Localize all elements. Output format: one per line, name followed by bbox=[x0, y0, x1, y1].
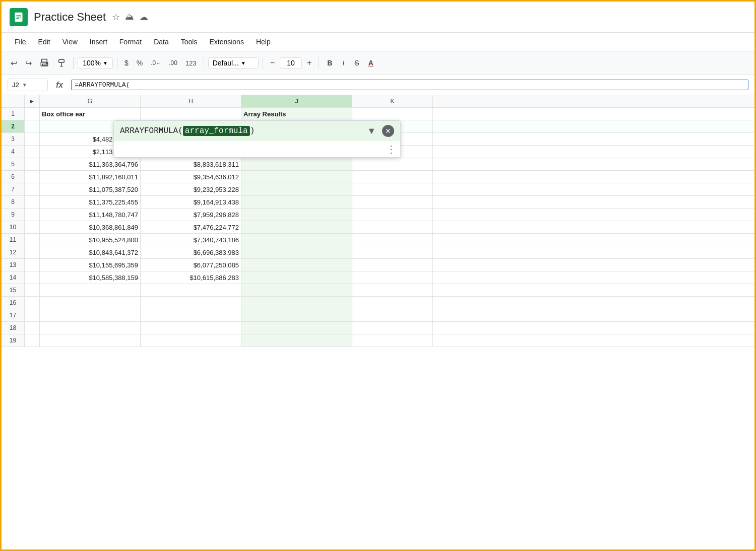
paint-format-button[interactable] bbox=[54, 56, 69, 70]
cell-15-G[interactable] bbox=[40, 284, 141, 296]
cell-12-K[interactable] bbox=[352, 246, 433, 258]
decimal-increase-button[interactable]: .00 bbox=[166, 57, 180, 68]
zoom-selector[interactable]: 100% ▼ bbox=[78, 57, 113, 68]
bold-button[interactable]: B bbox=[323, 57, 336, 69]
cloud-icon[interactable]: ☁ bbox=[139, 12, 148, 23]
cell-11-J[interactable] bbox=[241, 234, 352, 246]
cell-17-H[interactable] bbox=[141, 309, 241, 321]
strikethrough-button[interactable]: S bbox=[350, 57, 363, 69]
menu-extensions[interactable]: Extensions bbox=[204, 36, 248, 48]
cell-ref-dropdown-icon[interactable]: ▼ bbox=[22, 82, 27, 88]
cell-5-J[interactable] bbox=[241, 158, 352, 170]
cell-16-H[interactable] bbox=[141, 297, 241, 309]
cell-19-J[interactable] bbox=[241, 334, 352, 347]
more-formats-button[interactable]: 123 bbox=[182, 57, 200, 69]
cell-7-G[interactable]: $11,075,387,520 bbox=[40, 183, 141, 195]
cell-18-arrow[interactable] bbox=[25, 322, 40, 334]
cell-3-arrow[interactable] bbox=[25, 133, 40, 145]
cell-5-arrow[interactable] bbox=[25, 158, 40, 170]
cell-9-K[interactable] bbox=[352, 209, 433, 221]
cell-13-G[interactable]: $10,155,695,359 bbox=[40, 259, 141, 271]
cell-6-arrow[interactable] bbox=[25, 171, 40, 183]
currency-button[interactable]: $ bbox=[121, 57, 132, 69]
cell-1-arrow[interactable] bbox=[25, 108, 40, 120]
font-size-increase-button[interactable]: + bbox=[304, 56, 314, 70]
autocomplete-close-button[interactable]: ✕ bbox=[382, 125, 394, 137]
italic-button[interactable]: I bbox=[338, 57, 348, 69]
cell-8-G[interactable]: $11,375,225,455 bbox=[40, 196, 141, 208]
cell-16-K[interactable] bbox=[352, 297, 433, 309]
cell-10-G[interactable]: $10,368,861,849 bbox=[40, 221, 141, 233]
formula-input-area[interactable]: =ARRAYFORMULA( bbox=[71, 80, 748, 90]
cell-16-arrow[interactable] bbox=[25, 297, 40, 309]
cell-1-J[interactable]: Array Results bbox=[241, 108, 352, 120]
cell-15-arrow[interactable] bbox=[25, 284, 40, 296]
cell-6-J[interactable] bbox=[241, 171, 352, 183]
drive-icon[interactable]: ⛰ bbox=[125, 12, 134, 22]
cell-2-arrow[interactable] bbox=[25, 120, 40, 132]
menu-data[interactable]: Data bbox=[149, 36, 174, 48]
col-header-G[interactable]: G bbox=[40, 95, 141, 107]
cell-17-J[interactable] bbox=[241, 309, 352, 321]
cell-5-G[interactable]: $11,363,364,796 bbox=[40, 158, 141, 170]
cell-13-J[interactable] bbox=[241, 259, 352, 271]
col-header-H[interactable]: H bbox=[141, 95, 241, 107]
cell-8-arrow[interactable] bbox=[25, 196, 40, 208]
cell-1-G[interactable]: Box office ear bbox=[40, 108, 141, 120]
cell-14-J[interactable] bbox=[241, 271, 352, 284]
cell-15-K[interactable] bbox=[352, 284, 433, 296]
cell-6-G[interactable]: $11,892,160,011 bbox=[40, 171, 141, 183]
col-header-K[interactable]: K bbox=[352, 95, 433, 107]
cell-19-K[interactable] bbox=[352, 334, 433, 347]
percent-button[interactable]: % bbox=[134, 57, 146, 69]
cell-17-K[interactable] bbox=[352, 309, 433, 321]
cell-17-arrow[interactable] bbox=[25, 309, 40, 321]
cell-9-G[interactable]: $11,148,780,747 bbox=[40, 209, 141, 221]
cell-14-arrow[interactable] bbox=[25, 271, 40, 284]
cell-1-K[interactable] bbox=[352, 108, 433, 120]
cell-12-H[interactable]: $6,696,383,983 bbox=[141, 246, 241, 258]
cell-14-K[interactable] bbox=[352, 271, 433, 284]
menu-file[interactable]: File bbox=[10, 36, 31, 48]
star-icon[interactable]: ☆ bbox=[112, 12, 120, 23]
cell-11-G[interactable]: $10,955,524,800 bbox=[40, 234, 141, 246]
cell-10-K[interactable] bbox=[352, 221, 433, 233]
decimal-decrease-button[interactable]: .0← bbox=[148, 57, 164, 68]
menu-view[interactable]: View bbox=[57, 36, 83, 48]
cell-17-G[interactable] bbox=[40, 309, 141, 321]
col-header-arrow[interactable]: ▶ bbox=[25, 95, 40, 107]
font-color-button[interactable]: A bbox=[365, 57, 376, 69]
redo-button[interactable]: ↪ bbox=[22, 56, 35, 70]
menu-insert[interactable]: Insert bbox=[85, 36, 112, 48]
menu-tools[interactable]: Tools bbox=[176, 36, 203, 48]
cell-7-H[interactable]: $9,232,953,228 bbox=[141, 183, 241, 195]
cell-5-K[interactable] bbox=[352, 158, 433, 170]
font-size-box[interactable]: 10 bbox=[280, 57, 302, 68]
cell-19-H[interactable] bbox=[141, 334, 241, 347]
undo-button[interactable]: ↩ bbox=[8, 56, 20, 70]
cell-16-J[interactable] bbox=[241, 297, 352, 309]
cell-reference-box[interactable]: J2 ▼ bbox=[8, 79, 48, 91]
cell-8-H[interactable]: $9,164,913,438 bbox=[141, 196, 241, 208]
menu-help[interactable]: Help bbox=[251, 36, 276, 48]
cell-7-arrow[interactable] bbox=[25, 183, 40, 195]
cell-1-H[interactable] bbox=[141, 108, 241, 120]
font-selector[interactable]: Defaul... ▼ bbox=[208, 57, 259, 68]
cell-8-J[interactable] bbox=[241, 196, 352, 208]
cell-15-H[interactable] bbox=[141, 284, 241, 296]
autocomplete-expand-icon[interactable]: ▼ bbox=[365, 126, 378, 136]
cell-18-K[interactable] bbox=[352, 322, 433, 334]
cell-12-arrow[interactable] bbox=[25, 246, 40, 258]
cell-13-H[interactable]: $6,077,250,085 bbox=[141, 259, 241, 271]
cell-8-K[interactable] bbox=[352, 196, 433, 208]
cell-4-arrow[interactable] bbox=[25, 146, 40, 158]
cell-9-H[interactable]: $7,959,296,828 bbox=[141, 209, 241, 221]
menu-edit[interactable]: Edit bbox=[33, 36, 55, 48]
cell-11-H[interactable]: $7,340,743,186 bbox=[141, 234, 241, 246]
cell-14-H[interactable]: $10,615,886,283 bbox=[141, 271, 241, 284]
cell-9-arrow[interactable] bbox=[25, 209, 40, 221]
cell-12-G[interactable]: $10,843,641,372 bbox=[40, 246, 141, 258]
print-button[interactable] bbox=[37, 56, 52, 70]
cell-12-J[interactable] bbox=[241, 246, 352, 258]
cell-11-arrow[interactable] bbox=[25, 234, 40, 246]
